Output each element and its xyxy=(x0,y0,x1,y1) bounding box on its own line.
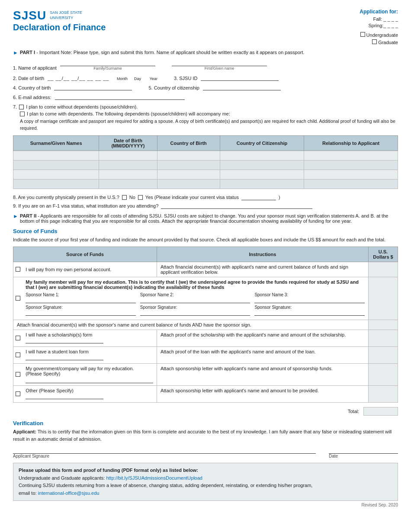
date-input[interactable] xyxy=(329,448,398,454)
with-dep-label: I plan to come with dependents. The foll… xyxy=(27,111,230,116)
sponsor-name-1-input[interactable] xyxy=(26,297,136,303)
funds-col-source: Source of Funds xyxy=(13,247,157,262)
funds-row-scholarship: I will have a scholarship(s) form Attach… xyxy=(13,330,398,347)
total-amount[interactable] xyxy=(363,407,398,416)
dep-col-relationship: Relationship to Applicant xyxy=(304,135,398,151)
upload-line2: Continuing SJSU students returning from … xyxy=(19,482,392,490)
page-header: SJSU SAN JOSÉ STATE UNIVERSITY Declarati… xyxy=(13,9,398,46)
family-surname-label: Family/Surname xyxy=(93,66,122,71)
family-checkbox[interactable] xyxy=(16,296,20,301)
applicant-sig-input[interactable] xyxy=(13,448,316,454)
upload-box: Please upload this form and proof of fun… xyxy=(13,463,398,501)
dob-format: __ __/__ __/__ __ __ __ xyxy=(48,76,109,81)
q8-no-checkbox[interactable] xyxy=(122,195,127,200)
country-citizenship-input[interactable] xyxy=(203,84,281,90)
with-dep-row: I plan to come with dependents. The foll… xyxy=(20,111,398,116)
part2-header: ► PART II - Applicants are responsible f… xyxy=(13,213,398,224)
gov-label-cell: My government/company will pay for my ed… xyxy=(22,364,157,386)
loan-label-cell: I will have a student loan form xyxy=(22,347,157,364)
family-name-input[interactable] xyxy=(60,60,155,66)
first-name-input[interactable] xyxy=(172,60,267,66)
applicant-sig-field: Applicant Signaure xyxy=(13,448,316,458)
q8-visa-input[interactable] xyxy=(241,194,276,200)
sponsor-name-2-label: Sponsor Name 2: xyxy=(140,292,250,297)
email-input[interactable] xyxy=(55,94,185,100)
other-amount[interactable] xyxy=(368,386,398,403)
loan-checkbox-cell xyxy=(13,347,22,364)
no-dep-row: 7. I plan to come without dependents (sp… xyxy=(13,104,398,109)
name-label: 1. Name of applicant xyxy=(13,65,57,71)
sponsor-sig-row: Sponsor Signature: Sponsor Signature: Sp… xyxy=(26,305,365,316)
country-birth-input[interactable] xyxy=(54,84,132,90)
applicant-label: Applicant: xyxy=(13,429,36,434)
q8-yes-label: Yes (Please indicate your current visa s… xyxy=(145,195,239,200)
sponsor-sig-1: Sponsor Signature: xyxy=(26,305,136,316)
other-specify-input[interactable] xyxy=(26,393,103,399)
other-checkbox[interactable] xyxy=(16,391,20,396)
sjsu-id-input[interactable] xyxy=(201,75,279,81)
dep-col-dob: Date of Birth(MM/DD/YYYY) xyxy=(99,135,157,151)
email-row: 6. E-mail address: xyxy=(13,94,398,100)
personal-amount[interactable] xyxy=(368,262,398,277)
gov-specify-input[interactable] xyxy=(26,377,153,383)
sponsor-sig-1-input[interactable] xyxy=(26,310,136,316)
sponsor-sig-1-label: Sponsor Signature: xyxy=(26,305,136,310)
gov-checkbox-cell xyxy=(13,364,22,386)
applicant-text: This is to certify that the information … xyxy=(13,429,392,442)
application-for-box: Application for: Fall: _ _ _ _ Spring:_ … xyxy=(329,9,398,46)
scholarship-field-input[interactable] xyxy=(26,337,103,343)
date-field: Date xyxy=(329,448,398,458)
dep-col-citizenship: Country of Citizenship xyxy=(220,135,304,151)
funds-row-other: Other (Please Specify) Attach sponsorshi… xyxy=(13,386,398,403)
sponsor-sig-3-input[interactable] xyxy=(254,310,365,316)
sponsor-sig-3: Sponsor Signature: xyxy=(254,305,365,316)
funds-col-amount: U.S. Dollars $ xyxy=(368,247,398,262)
sig-row: Applicant Signaure Date xyxy=(13,448,398,458)
scholarship-checkbox-cell xyxy=(13,330,22,347)
gov-instruction: Attach sponsorship letter with applicant… xyxy=(157,364,368,386)
undergrad-checkbox[interactable] xyxy=(360,32,365,37)
part1-header: ► PART I - Important Note: Please type, … xyxy=(13,50,398,56)
grad-option[interactable]: Graduate xyxy=(329,39,398,45)
other-instruction: Attach sponsorship letter with applicant… xyxy=(157,386,368,403)
sponsor-name-2-input[interactable] xyxy=(140,297,250,303)
funds-col-instructions: Instructions xyxy=(157,247,368,262)
undergrad-option[interactable]: Undergraduate xyxy=(329,32,398,38)
upload-link[interactable]: http://bit.ly/SJSUAdmissionsDocumentUplo… xyxy=(106,475,202,481)
family-amount[interactable] xyxy=(368,277,398,320)
scholarship-amount[interactable] xyxy=(368,330,398,347)
gov-amount[interactable] xyxy=(368,364,398,386)
scholarship-checkbox[interactable] xyxy=(16,336,20,340)
first-given-label: First/Given name xyxy=(205,66,234,71)
personal-label: I will pay from my own personal account. xyxy=(26,267,111,272)
gov-checkbox[interactable] xyxy=(16,372,20,377)
page-title: Declaration of Finance xyxy=(13,22,106,32)
with-dep-checkbox[interactable] xyxy=(20,112,25,116)
dob-label: 2. Date of birth xyxy=(13,76,44,81)
sponsor-name-3-input[interactable] xyxy=(254,297,365,303)
q9-institution-input[interactable] xyxy=(161,203,312,209)
no-dep-label: I plan to come without dependents (spous… xyxy=(26,104,138,109)
revised-note: Revised Sep. 2020 xyxy=(13,503,398,507)
q8-yes-checkbox[interactable] xyxy=(138,195,143,200)
grad-checkbox[interactable] xyxy=(372,39,377,44)
other-checkbox-cell xyxy=(13,386,22,403)
scholarship-label-cell: I will have a scholarship(s) form xyxy=(22,330,157,347)
sponsor-name-1-label: Sponsor Name 1: xyxy=(26,292,136,297)
no-dep-checkbox[interactable] xyxy=(19,105,24,109)
sponsor-sig-2-input[interactable] xyxy=(140,310,250,316)
attach-note-cell: Attach financial document(s) with the sp… xyxy=(13,320,369,330)
loan-instruction: Attach proof of the loan with the applic… xyxy=(157,347,368,364)
sponsor-name-2: Sponsor Name 2: xyxy=(140,292,250,303)
family-name-field: Family/Surname xyxy=(60,60,155,71)
loan-field-input[interactable] xyxy=(26,354,103,360)
degree-checkboxes: Undergraduate Graduate xyxy=(329,32,398,45)
sponsor-names-row1: Sponsor Name 1: Sponsor Name 2: Sponsor … xyxy=(26,292,365,303)
personal-checkbox[interactable] xyxy=(16,267,20,272)
upload-email[interactable]: international-office@sjsu.edu xyxy=(38,490,100,496)
dep-col-name: Surname/Given Names xyxy=(13,135,99,151)
loan-amount[interactable] xyxy=(368,347,398,364)
dep-col-birth: Country of Birth xyxy=(157,135,220,151)
first-name-field: First/Given name xyxy=(172,60,267,71)
loan-checkbox[interactable] xyxy=(16,353,20,357)
